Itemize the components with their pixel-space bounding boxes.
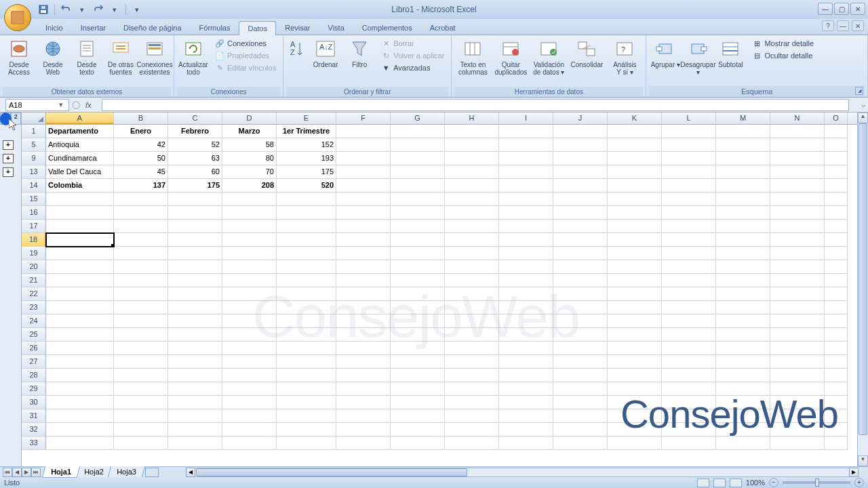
outline-expand-row-13[interactable]: + [3,167,14,177]
save-icon[interactable] [37,3,50,16]
cell-F5[interactable] [336,138,391,152]
cell-I14[interactable] [499,179,553,192]
cell-B19[interactable] [114,247,168,260]
cell-C33[interactable] [168,436,222,450]
consolidar-button[interactable]: Consolidar [568,37,605,70]
cell-G21[interactable] [391,274,445,287]
cell-O23[interactable] [825,301,848,314]
cell-A24[interactable] [46,314,114,328]
cell-J19[interactable] [553,247,608,260]
cell-H28[interactable] [445,369,499,382]
cell-C13[interactable]: 60 [168,165,222,179]
row-header-23[interactable]: 23 [22,301,46,314]
cell-M9[interactable] [716,152,770,165]
cell-L24[interactable] [662,314,716,328]
zoom-slider[interactable] [783,481,850,484]
cell-C18[interactable] [168,233,222,247]
cell-N21[interactable] [770,274,825,287]
cell-K14[interactable] [608,179,662,192]
cell-E25[interactable] [277,328,336,342]
cell-L9[interactable] [662,152,716,165]
close-workbook-button[interactable]: ✕ [852,20,864,31]
cell-F22[interactable] [336,287,391,301]
cell-G30[interactable] [391,396,445,409]
cell-I9[interactable] [499,152,553,165]
cell-I16[interactable] [499,206,553,220]
prev-sheet-button[interactable]: ◀ [12,468,22,477]
cell-M15[interactable] [716,192,770,206]
row-header-13[interactable]: 13 [22,165,46,179]
row-header-15[interactable]: 15 [22,192,46,206]
cell-E21[interactable] [277,274,336,287]
cell-J22[interactable] [553,287,608,301]
texto-en-columnas-button[interactable]: Texto encolumnas [454,37,491,77]
row-header-19[interactable]: 19 [22,247,46,260]
cell-G13[interactable] [391,165,445,179]
column-header-D[interactable]: D [222,113,277,124]
cell-I31[interactable] [499,409,553,423]
cell-J26[interactable] [553,342,608,355]
cell-A27[interactable] [46,355,114,369]
filter-button[interactable]: Filtro [343,37,376,70]
cell-A21[interactable] [46,274,114,287]
quitar-duplicados-button[interactable]: Quitarduplicados [492,37,529,77]
cell-B26[interactable] [114,342,168,355]
cell-O27[interactable] [825,355,848,369]
column-header-I[interactable]: I [499,113,553,124]
outline-expand-row-5[interactable]: + [3,140,14,150]
cell-K23[interactable] [608,301,662,314]
fx-button[interactable]: fx [85,101,99,109]
cell-C30[interactable] [168,396,222,409]
column-header-E[interactable]: E [277,113,336,124]
cell-K13[interactable] [608,165,662,179]
cell-D19[interactable] [222,247,277,260]
cell-D16[interactable] [222,206,277,220]
cell-C29[interactable] [168,382,222,396]
cell-B30[interactable] [114,396,168,409]
cell-N9[interactable] [770,152,825,165]
cell-H1[interactable] [445,125,499,138]
cell-G27[interactable] [391,355,445,369]
scroll-right-button[interactable]: ▶ [849,468,859,477]
cell-B13[interactable]: 45 [114,165,168,179]
cell-B20[interactable] [114,260,168,274]
first-sheet-button[interactable]: ⏮ [3,468,12,477]
hide-detail-button[interactable]: ⊟Ocultar detalle [749,49,816,62]
row-header-5[interactable]: 5 [22,138,46,152]
zoom-level[interactable]: 100% [746,479,765,487]
scroll-up-button[interactable]: ▲ [858,113,868,123]
cell-L14[interactable] [662,179,716,192]
cell-A33[interactable] [46,436,114,450]
cell-A29[interactable] [46,382,114,396]
row-header-32[interactable]: 32 [22,423,46,436]
cell-J13[interactable] [553,165,608,179]
row-header-24[interactable]: 24 [22,314,46,328]
cell-I24[interactable] [499,314,553,328]
cell-G23[interactable] [391,301,445,314]
cell-D5[interactable]: 58 [222,138,277,152]
cell-C14[interactable]: 175 [168,179,222,192]
cell-C15[interactable] [168,192,222,206]
cell-F26[interactable] [336,342,391,355]
expand-formula-bar[interactable]: ⌵ [859,100,868,109]
cell-H33[interactable] [445,436,499,450]
cell-O15[interactable] [825,192,848,206]
cell-I19[interactable] [499,247,553,260]
cell-C24[interactable] [168,314,222,328]
scroll-left-button[interactable]: ◀ [186,468,195,477]
cell-E23[interactable] [277,301,336,314]
cell-L26[interactable] [662,342,716,355]
cell-L19[interactable] [662,247,716,260]
cell-K9[interactable] [608,152,662,165]
cell-O22[interactable] [825,287,848,301]
cell-K5[interactable] [608,138,662,152]
desde-web-button[interactable]: DesdeWeb [37,37,69,77]
cell-H9[interactable] [445,152,499,165]
row-header-31[interactable]: 31 [22,409,46,423]
cell-H29[interactable] [445,382,499,396]
cell-K16[interactable] [608,206,662,220]
advanced-filter-button[interactable]: ▼Avanzadas [378,62,447,74]
row-header-9[interactable]: 9 [22,152,46,165]
cell-D26[interactable] [222,342,277,355]
cell-I26[interactable] [499,342,553,355]
